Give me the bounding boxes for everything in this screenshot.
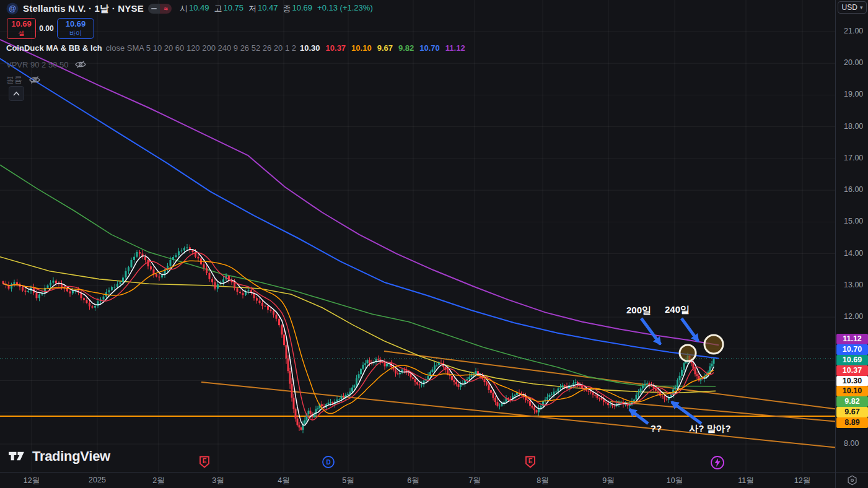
trade-panel: 10.69 셀 0.00 10.69 바이 [7,18,94,39]
hexagon-settings-icon[interactable] [847,475,857,486]
tradingview-logo-text: TradingView [32,448,110,464]
open-value: 10.49 [189,3,209,14]
currency-label: USD [842,3,857,12]
price-value-label: 9.82 [836,396,868,407]
price-axis[interactable]: USD ▾ 21.0020.0019.0018.0017.0016.0015.0… [835,0,868,472]
price-value-label: 10.30 [836,376,868,386]
price-value-label: 9.67 [836,407,868,417]
svg-text:E: E [203,458,207,464]
price-tick: 16.00 [836,185,868,194]
spread-value: 0.00 [36,24,57,33]
chevron-down-icon: ▾ [860,4,863,11]
tradingview-chart-app: 200일240일??사? 말아? @ Stellantis N.V. · 1날 … [0,0,868,488]
earnings-marker[interactable]: E [198,455,213,470]
time-tick[interactable]: 11월 [731,476,761,486]
indicator-values: 10.3010.3710.109.679.8210.7011.12 [300,43,465,53]
price-tick: 12.00 [836,312,868,321]
svg-text:E: E [528,458,533,464]
indicator-row-main[interactable]: CoinDuck MA & BB & Ich close SMA 5 10 20… [6,43,465,53]
svg-text:사? 말아?: 사? 말아? [689,423,731,434]
chart-pane[interactable]: 200일240일??사? 말아? @ Stellantis N.V. · 1날 … [0,0,835,472]
volume-label: 볼륨 [6,74,22,85]
symbol-header: @ Stellantis N.V. · 1날 · NYSE ≈ 시10.49 고… [6,2,373,15]
price-tick: 17.00 [836,154,868,162]
price-value-label: 10.70 [836,344,868,355]
close-label: 종 [283,3,291,14]
ohlc-readout: 시10.49 고10.75 저10.47 종10.69 +0.13 (+1.23… [180,3,373,14]
symbol-logo-icon[interactable]: @ [6,2,19,15]
eye-off-icon[interactable] [28,75,41,85]
vpvr-label: VPVR 90 2 50 50 [6,60,68,69]
wave-icon[interactable]: ≈ [160,4,172,14]
time-tick[interactable]: 6월 [398,476,428,486]
high-value: 10.75 [223,3,243,14]
time-tick[interactable]: 12월 [787,476,817,486]
time-tick[interactable]: 10월 [660,476,690,486]
close-value: 10.69 [292,3,313,14]
indicator-value: 9.67 [377,43,393,53]
price-tick: 20.00 [836,58,868,67]
dividend-marker[interactable]: D [322,455,336,470]
indicator-row-volume[interactable]: 볼륨 [6,74,41,85]
minus-icon[interactable] [148,4,160,14]
buy-price: 10.69 [58,19,94,29]
price-value-label: 8.89 [836,417,868,428]
indicator-row-vpvr[interactable]: VPVR 90 2 50 50 [6,59,87,69]
time-tick[interactable]: 7월 [460,476,489,486]
grid-lines [0,0,835,472]
price-tick: 14.00 [836,249,868,258]
time-tick[interactable]: 12월 [17,476,46,486]
indicator-toggle-pill[interactable]: ≈ [148,4,172,14]
svg-text:200일: 200일 [626,305,651,315]
low-label: 저 [248,3,256,14]
price-value-label: 10.69 [836,355,868,365]
indicator-value: 10.70 [419,43,440,53]
svg-text:240일: 240일 [665,304,690,315]
high-label: 고 [214,3,222,14]
indicator-value: 10.37 [326,43,346,53]
buy-button[interactable]: 10.69 바이 [57,18,94,39]
time-axis[interactable]: 12월20252월3월4월5월6월7월8월9월10월11월12월 [0,472,835,488]
tradingview-logo[interactable]: TradingView [9,448,110,464]
long-ma-lines [0,40,719,393]
indicator-value: 11.12 [445,43,465,53]
svg-text:??: ?? [651,423,662,434]
indicator-title[interactable]: CoinDuck MA & BB & Ich [6,43,102,53]
svg-text:@: @ [9,4,16,13]
indicator-params: close SMA 5 10 20 60 120 200 240 9 26 52… [106,43,296,53]
drawing-annotations[interactable]: 200일240일??사? 말아? [626,304,731,434]
price-tick: 19.00 [836,90,868,98]
time-tick[interactable]: 2025 [82,476,112,484]
price-tick: 21.00 [836,27,868,35]
price-tick: 18.00 [836,122,868,131]
buy-label: 바이 [58,29,94,37]
time-tick[interactable]: 9월 [594,476,623,486]
time-tick[interactable]: 3월 [203,476,233,486]
open-label: 시 [180,3,188,14]
time-tick[interactable]: 2월 [144,476,173,486]
price-tick: 15.00 [836,217,868,225]
earnings-marker[interactable]: E [524,455,538,470]
time-tick[interactable]: 8월 [528,476,558,486]
chevron-up-icon [13,92,20,96]
svg-text:D: D [326,459,330,466]
price-tick: 13.00 [836,281,868,289]
indicator-value: 10.10 [351,43,372,53]
currency-selector[interactable]: USD ▾ [838,1,867,14]
axis-corner[interactable] [835,472,868,488]
candlesticks [2,244,715,433]
price-value-label: 10.37 [836,365,868,376]
low-value: 10.47 [258,3,278,14]
symbol-title[interactable]: Stellantis N.V. · 1날 · NYSE [23,3,144,15]
price-value-label: 10.10 [836,386,868,396]
flash-marker[interactable] [710,455,725,470]
eye-off-icon[interactable] [74,59,87,69]
time-tick[interactable]: 4월 [269,476,299,486]
sell-price: 10.69 [7,19,35,29]
sell-button[interactable]: 10.69 셀 [7,18,36,39]
time-tick[interactable]: 5월 [333,476,363,486]
price-chart[interactable]: 200일240일??사? 말아? [0,0,835,472]
price-value-label: 11.12 [836,334,868,344]
collapse-legend-button[interactable] [9,86,24,101]
change-value: +0.13 (+1.23%) [317,3,373,14]
